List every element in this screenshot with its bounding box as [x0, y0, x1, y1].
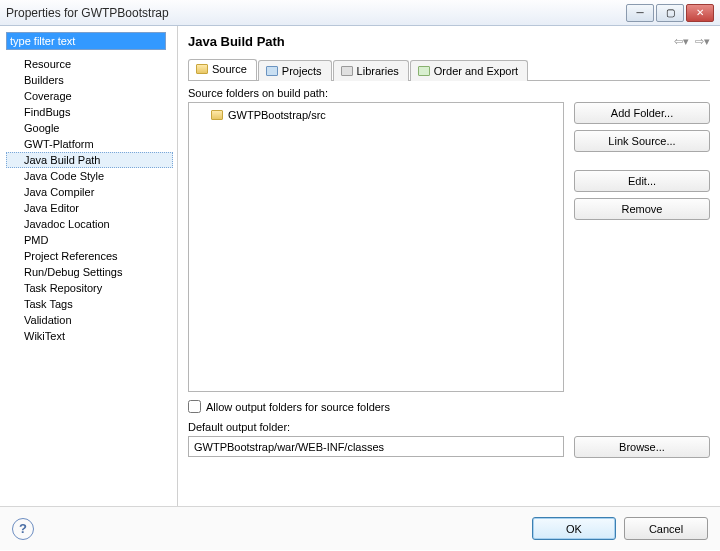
sidebar-item-javadoc-location[interactable]: Javadoc Location [6, 216, 173, 232]
tab-projects[interactable]: Projects [258, 60, 332, 81]
source-split: GWTPBootstrap/src Add Folder... Link Sou… [188, 102, 710, 392]
sidebar-item-builders[interactable]: Builders [6, 72, 173, 88]
sidebar-item-pmd[interactable]: PMD [6, 232, 173, 248]
sidebar-item-validation[interactable]: Validation [6, 312, 173, 328]
add-folder-button[interactable]: Add Folder... [574, 102, 710, 124]
allow-output-row: Allow output folders for source folders [188, 400, 710, 413]
tab-libraries[interactable]: Libraries [333, 60, 409, 81]
libraries-icon [341, 66, 353, 76]
source-folder-item[interactable]: GWTPBootstrap/src [193, 107, 559, 123]
help-icon[interactable]: ? [12, 518, 34, 540]
tab-order-and-export[interactable]: Order and Export [410, 60, 528, 81]
maximize-button[interactable]: ▢ [656, 4, 684, 22]
source-folder-label: GWTPBootstrap/src [228, 109, 326, 121]
tab-label: Source [212, 63, 247, 75]
sidebar-item-java-compiler[interactable]: Java Compiler [6, 184, 173, 200]
link-source-button[interactable]: Link Source... [574, 130, 710, 152]
projects-icon [266, 66, 278, 76]
footer: ? OK Cancel [0, 506, 720, 550]
default-output-label: Default output folder: [188, 421, 710, 433]
sidebar-item-gwt-platform[interactable]: GWT-Platform [6, 136, 173, 152]
back-icon[interactable]: ⇦▾ [674, 35, 689, 48]
tab-label: Order and Export [434, 65, 518, 77]
minimize-button[interactable]: ─ [626, 4, 654, 22]
button-column: Add Folder... Link Source... Edit... Rem… [574, 102, 710, 392]
sidebar-item-java-build-path[interactable]: Java Build Path [6, 152, 173, 168]
window-controls: ─ ▢ ✕ [626, 4, 714, 22]
source-icon [196, 64, 208, 74]
category-tree[interactable]: ResourceBuildersCoverageFindBugsGoogleGW… [6, 56, 173, 344]
edit-button[interactable]: Edit... [574, 170, 710, 192]
main: ResourceBuildersCoverageFindBugsGoogleGW… [0, 26, 720, 506]
sidebar: ResourceBuildersCoverageFindBugsGoogleGW… [0, 26, 178, 506]
tab-label: Libraries [357, 65, 399, 77]
tab-bar: SourceProjectsLibrariesOrder and Export [188, 59, 710, 81]
source-folders-tree[interactable]: GWTPBootstrap/src [188, 102, 564, 392]
tab-label: Projects [282, 65, 322, 77]
remove-button[interactable]: Remove [574, 198, 710, 220]
sidebar-item-java-code-style[interactable]: Java Code Style [6, 168, 173, 184]
sidebar-item-coverage[interactable]: Coverage [6, 88, 173, 104]
browse-button[interactable]: Browse... [574, 436, 710, 458]
default-output-input[interactable] [188, 436, 564, 457]
forward-icon[interactable]: ⇨▾ [695, 35, 710, 48]
cancel-button[interactable]: Cancel [624, 517, 708, 540]
package-folder-icon [211, 110, 223, 120]
allow-output-checkbox[interactable] [188, 400, 201, 413]
window-title: Properties for GWTPBootstrap [6, 6, 169, 20]
sidebar-item-task-repository[interactable]: Task Repository [6, 280, 173, 296]
header-row: Java Build Path ⇦▾ ⇨▾ [188, 34, 710, 49]
sidebar-item-java-editor[interactable]: Java Editor [6, 200, 173, 216]
titlebar: Properties for GWTPBootstrap ─ ▢ ✕ [0, 0, 720, 26]
sidebar-item-resource[interactable]: Resource [6, 56, 173, 72]
nav-arrows: ⇦▾ ⇨▾ [674, 35, 710, 48]
sidebar-item-task-tags[interactable]: Task Tags [6, 296, 173, 312]
default-output-row: Browse... [188, 436, 710, 458]
filter-input[interactable] [6, 32, 166, 50]
footer-buttons: OK Cancel [532, 517, 708, 540]
sidebar-item-findbugs[interactable]: FindBugs [6, 104, 173, 120]
page-title: Java Build Path [188, 34, 285, 49]
allow-output-label: Allow output folders for source folders [206, 401, 390, 413]
tab-source[interactable]: Source [188, 59, 257, 80]
spacer [574, 158, 710, 164]
sidebar-item-project-references[interactable]: Project References [6, 248, 173, 264]
order-and-export-icon [418, 66, 430, 76]
source-folders-label: Source folders on build path: [188, 87, 710, 99]
content: Java Build Path ⇦▾ ⇨▾ SourceProjectsLibr… [178, 26, 720, 506]
close-button[interactable]: ✕ [686, 4, 714, 22]
sidebar-item-wikitext[interactable]: WikiText [6, 328, 173, 344]
sidebar-item-run-debug-settings[interactable]: Run/Debug Settings [6, 264, 173, 280]
ok-button[interactable]: OK [532, 517, 616, 540]
sidebar-item-google[interactable]: Google [6, 120, 173, 136]
